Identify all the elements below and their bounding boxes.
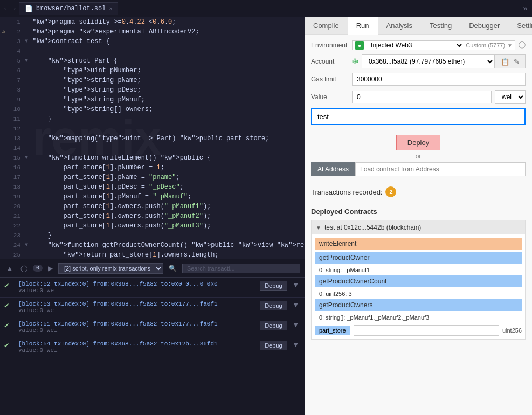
info-icon[interactable]: ⓘ [519,40,526,50]
line-content: "kw">function writeElement() "kw">public… [32,153,302,163]
tx-info: [block:52 txIndex:0] from:0x368...f5a82 … [18,281,255,294]
code-line: 20 part_store[1].owners.push("_pManuf1")… [0,202,305,211]
at-address-button[interactable]: At Address [311,162,355,176]
value-input[interactable] [352,91,492,103]
clear-btn[interactable]: ◯ [18,264,30,273]
environment-label: Environment [311,42,349,49]
line-content: "type">string pName; [32,75,302,85]
get-product-owner-count-button[interactable]: getProductOwnerCount [315,275,522,287]
tab-settings[interactable]: Settings [508,17,532,34]
line-number: 17 [10,172,25,182]
value-unit-select[interactable]: wei [495,90,526,104]
tab-debugger[interactable]: Debugger [460,17,508,34]
collapse-all-btn[interactable]: ▲ [4,264,15,273]
debug-button[interactable]: Debug [260,321,287,330]
tx-sub-text: value:0 wei [18,287,255,294]
tab-run[interactable]: Run [348,17,378,35]
tx-status-icon: ✔ [4,301,14,310]
debug-button[interactable]: Debug [260,281,287,290]
debug-button[interactable]: Debug [260,301,287,310]
line-content: "kw">return part_store[1].owners.length; [32,250,302,259]
back-icon[interactable]: ← [4,4,9,13]
close-tab-icon[interactable]: ✕ [109,5,112,12]
expand-tx-icon[interactable]: ▼ [292,281,300,289]
dropdown-icon: ▼ [507,43,513,49]
expand-icon[interactable]: » [523,4,528,13]
line-number: 12 [10,124,25,134]
fold-arrow[interactable]: ▼ [25,240,32,250]
code-line: 6 "type">uint pNumber; [0,66,305,75]
get-product-owners-button[interactable]: getProductOwners [315,299,522,311]
code-line: 15▼ "kw">function writeElement() "kw">pu… [0,153,305,163]
tab-filename: browser/ballot.sol [36,5,106,12]
tab-analysis[interactable]: Analysis [378,17,421,34]
write-element-button[interactable]: writeElement [315,238,522,250]
filter-icon[interactable]: ▶ [46,264,55,273]
line-number: 13 [10,134,25,143]
account-input-group: 0x368...f5a82 (97.7977685 ether) 📋 ✎ [362,54,526,68]
line-content: "type">string pManuf; [32,95,302,105]
line-content: part_store[1].owners.push("_pManuf1"); [32,202,302,211]
tx-item: ✔ [block:54 txIndex:0] from:0x368...f5a8… [0,337,305,357]
line-content: "type">string[] owners; [32,105,302,114]
contract-instance-header[interactable]: ▼ test at 0x12c...5442b (blockchain) [312,220,525,234]
tab-testing[interactable]: Testing [421,17,460,34]
contract-name-input[interactable] [311,108,526,125]
get-product-owner-button[interactable]: getProductOwner [315,252,522,264]
part-store-button[interactable]: part_store [315,326,350,335]
line-number: 16 [10,163,25,172]
get-product-owner-result: 0: string: _pManuf1 [315,266,522,275]
value-row: Value wei [311,90,526,104]
code-editor[interactable]: 1"kw">pragma solidity >=0.4.22 <0.6.0;⚠2… [0,17,305,259]
fold-arrow[interactable]: ▼ [25,37,32,46]
line-number: 9 [10,95,25,105]
line-content: part_store[1].owners.push("_pManuf2"); [32,211,302,221]
code-line: 16 part_store[1].pNumber = 1; [0,163,305,172]
code-line: 19 part_store[1].pManuf = "_pManuf"; [0,192,305,202]
editor-area: remix 1"kw">pragma solidity >=0.4.22 <0.… [0,17,305,259]
expand-tx-icon[interactable]: ▼ [292,341,300,349]
line-number: 8 [10,85,25,95]
tx-search-input[interactable] [182,264,300,273]
line-number: 19 [10,192,25,202]
search-icon[interactable]: 🔍 [167,264,179,273]
file-icon: 📄 [25,5,33,13]
account-label: Account [311,58,349,65]
environment-select[interactable]: Injected Web3 [369,41,464,50]
gas-limit-input[interactable] [352,73,526,86]
debug-button[interactable]: Debug [260,341,287,350]
part-store-input[interactable] [354,325,499,336]
copy-account-btn[interactable]: 📋 [500,58,510,66]
line-number: 6 [10,66,25,75]
at-address-row: At Address [311,162,526,176]
tx-sub-text: value:0 wei [18,327,255,334]
fold-arrow[interactable]: ▼ [25,153,32,163]
get-product-owners-result: 0: string[]: _pManuf1,_pManuf2,_pManuf3 [315,313,522,323]
expand-tx-icon[interactable]: ▼ [292,301,300,309]
line-number: 24 [10,240,25,250]
line-content: "kw">pragma solidity >=0.4.22 <0.6.0; [32,17,302,27]
tx-main-text: [block:54 txIndex:0] from:0x368...f5a82 … [18,341,255,347]
expand-tx-icon[interactable]: ▼ [292,321,300,329]
tx-info: [block:53 txIndex:0] from:0x368...f5a82 … [18,301,255,314]
account-plus-icon[interactable]: ✙ [352,57,358,66]
line-number: 5 [10,56,25,66]
tab-compile[interactable]: Compile [305,17,348,34]
file-tab[interactable]: 📄 browser/ballot.sol ✕ [19,2,119,15]
account-select[interactable]: 0x368...f5a82 (97.7977685 ether) [362,54,495,68]
line-content: } [32,114,302,124]
at-address-input[interactable] [355,162,526,176]
line-number: 23 [10,231,25,240]
fold-arrow[interactable]: ▼ [25,56,32,66]
injected-badge: ● [355,42,364,50]
code-line: 23 } [0,231,305,240]
main-layout: remix 1"kw">pragma solidity >=0.4.22 <0.… [0,17,532,415]
tx-filter-dropdown[interactable]: [2] script, only remix transactions [58,263,163,274]
line-content: "type">uint pNumber; [32,66,302,75]
tx-recorded-row: Transactions recorded: 2 [311,186,526,197]
deploy-button[interactable]: Deploy [396,135,440,150]
line-number: 1 [10,17,25,27]
edit-account-btn[interactable]: ✎ [513,58,521,66]
forward-icon[interactable]: → [11,4,15,13]
environment-row: Environment ● Injected Web3 Custom (5777… [311,40,526,50]
